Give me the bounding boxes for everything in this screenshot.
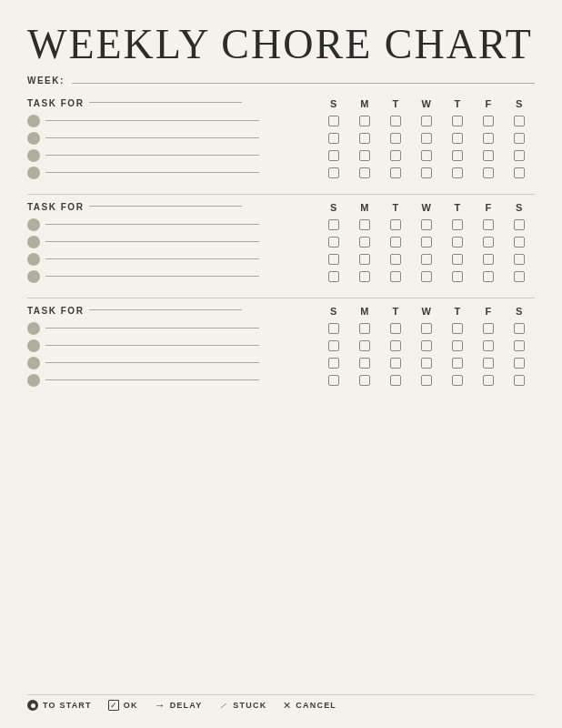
checkbox[interactable] <box>421 167 432 178</box>
checkbox[interactable] <box>359 358 370 369</box>
task-line <box>45 172 259 173</box>
checkbox[interactable] <box>390 150 401 161</box>
checkbox[interactable] <box>514 133 525 144</box>
day-t6: T <box>442 306 473 317</box>
table-row <box>27 253 535 266</box>
checkbox[interactable] <box>359 340 370 351</box>
checkbox[interactable] <box>390 133 401 144</box>
checkbox[interactable] <box>359 116 370 126</box>
checkbox[interactable] <box>483 116 494 126</box>
checkbox[interactable] <box>390 219 401 230</box>
checkbox[interactable] <box>421 271 432 282</box>
checkbox[interactable] <box>390 358 401 369</box>
checkbox[interactable] <box>483 375 494 386</box>
checkbox[interactable] <box>483 167 494 178</box>
checkbox[interactable] <box>514 271 525 282</box>
checkbox[interactable] <box>421 150 432 161</box>
checkbox[interactable] <box>359 219 370 230</box>
checkbox[interactable] <box>328 323 339 334</box>
checkbox[interactable] <box>359 323 370 334</box>
checkbox[interactable] <box>421 219 432 230</box>
checkbox[interactable] <box>359 150 370 161</box>
checkbox[interactable] <box>452 116 463 126</box>
task-rows-3 <box>27 322 535 387</box>
checkbox[interactable] <box>359 375 370 386</box>
checkbox[interactable] <box>483 237 494 248</box>
checkbox[interactable] <box>390 375 401 386</box>
checkboxes <box>318 167 535 178</box>
checkbox[interactable] <box>390 340 401 351</box>
checkbox[interactable] <box>390 254 401 265</box>
checkbox[interactable] <box>452 323 463 334</box>
checkbox[interactable] <box>483 323 494 334</box>
checkbox[interactable] <box>421 375 432 386</box>
checkbox[interactable] <box>452 150 463 161</box>
checkbox[interactable] <box>421 358 432 369</box>
checkbox[interactable] <box>483 340 494 351</box>
checkbox[interactable] <box>421 133 432 144</box>
task-for-line-1 <box>89 102 242 103</box>
checkbox[interactable] <box>359 254 370 265</box>
checkbox[interactable] <box>483 219 494 230</box>
checkbox[interactable] <box>452 271 463 282</box>
checkbox[interactable] <box>359 237 370 248</box>
checkbox[interactable] <box>483 358 494 369</box>
checkbox[interactable] <box>514 323 525 334</box>
checkbox[interactable] <box>328 375 339 386</box>
checkbox[interactable] <box>328 133 339 144</box>
checkbox[interactable] <box>390 323 401 334</box>
checkbox[interactable] <box>483 271 494 282</box>
checkbox[interactable] <box>328 237 339 248</box>
checkbox[interactable] <box>390 237 401 248</box>
checkbox[interactable] <box>452 340 463 351</box>
checkbox[interactable] <box>421 116 432 126</box>
checkbox[interactable] <box>328 340 339 351</box>
checkboxes <box>318 375 535 386</box>
checkbox[interactable] <box>359 133 370 144</box>
checkbox[interactable] <box>452 219 463 230</box>
checkbox[interactable] <box>359 271 370 282</box>
checkbox[interactable] <box>421 254 432 265</box>
checkbox[interactable] <box>514 167 525 178</box>
checkbox[interactable] <box>514 219 525 230</box>
checkbox[interactable] <box>328 150 339 161</box>
checkbox[interactable] <box>421 340 432 351</box>
checkbox[interactable] <box>452 167 463 178</box>
checkbox[interactable] <box>328 219 339 230</box>
checkbox[interactable] <box>452 133 463 144</box>
checkbox[interactable] <box>452 358 463 369</box>
checkbox[interactable] <box>421 237 432 248</box>
checkbox[interactable] <box>390 116 401 126</box>
checkbox[interactable] <box>328 254 339 265</box>
checkbox[interactable] <box>514 116 525 126</box>
checkbox[interactable] <box>359 167 370 178</box>
checkbox[interactable] <box>421 323 432 334</box>
checkbox[interactable] <box>452 237 463 248</box>
task-rows-1 <box>27 115 535 179</box>
checkbox[interactable] <box>514 150 525 161</box>
checkbox[interactable] <box>452 375 463 386</box>
stuck-label: STUCK <box>233 701 266 710</box>
divider-1 <box>27 194 535 195</box>
checkbox[interactable] <box>390 271 401 282</box>
checkbox[interactable] <box>328 358 339 369</box>
checkbox[interactable] <box>514 340 525 351</box>
to-start-label: TO START <box>43 701 92 710</box>
day-t1: T <box>380 98 411 109</box>
day-s3: S <box>318 202 349 213</box>
checkbox[interactable] <box>514 375 525 386</box>
checkbox[interactable] <box>483 150 494 161</box>
checkbox[interactable] <box>390 167 401 178</box>
checkbox[interactable] <box>514 237 525 248</box>
checkbox[interactable] <box>328 116 339 126</box>
checkbox[interactable] <box>483 254 494 265</box>
checkbox[interactable] <box>514 254 525 265</box>
checkbox[interactable] <box>452 254 463 265</box>
checkboxes <box>318 323 535 334</box>
table-row <box>27 149 535 162</box>
checkbox[interactable] <box>328 271 339 282</box>
day-headers-3: S M T W T F S <box>318 306 535 317</box>
checkbox[interactable] <box>328 167 339 178</box>
checkbox[interactable] <box>483 133 494 144</box>
checkbox[interactable] <box>514 358 525 369</box>
